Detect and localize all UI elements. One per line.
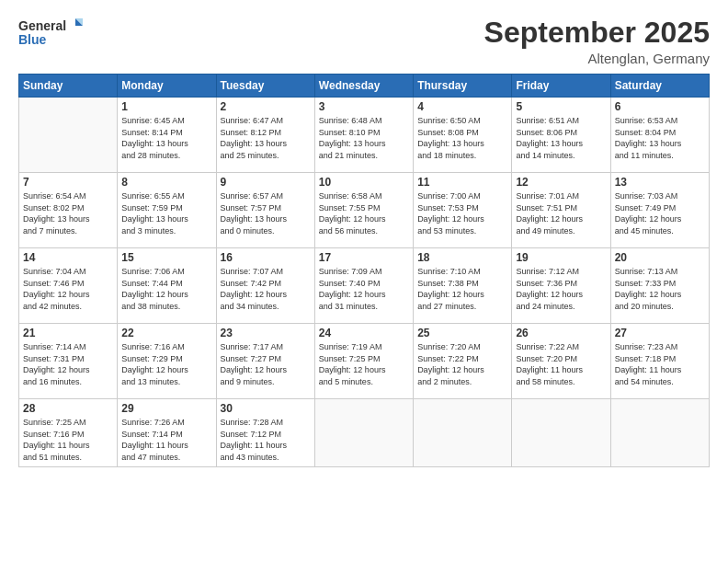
- title-block: September 2025 Altenglan, Germany: [484, 17, 710, 66]
- day-number: 7: [23, 176, 113, 189]
- day-number: 2: [221, 100, 311, 113]
- day-number: 8: [121, 176, 211, 189]
- calendar-cell: 1Sunrise: 6:45 AMSunset: 8:14 PMDaylight…: [118, 98, 216, 173]
- day-info: Sunrise: 6:57 AMSunset: 7:57 PMDaylight:…: [221, 190, 311, 236]
- day-info: Sunrise: 7:04 AMSunset: 7:46 PMDaylight:…: [23, 266, 113, 312]
- day-info: Sunrise: 7:13 AMSunset: 7:33 PMDaylight:…: [615, 266, 705, 312]
- calendar-cell: 29Sunrise: 7:26 AMSunset: 7:14 PMDayligh…: [118, 399, 216, 466]
- calendar-cell: 27Sunrise: 7:23 AMSunset: 7:18 PMDayligh…: [610, 324, 709, 399]
- calendar-table: SundayMondayTuesdayWednesdayThursdayFrid…: [18, 74, 710, 466]
- page: General Blue September 2025 Altenglan, G…: [0, 0, 728, 563]
- day-number: 13: [615, 176, 705, 189]
- calendar-cell: [610, 399, 709, 466]
- day-number: 3: [319, 100, 409, 113]
- day-info: Sunrise: 7:10 AMSunset: 7:38 PMDaylight:…: [417, 266, 507, 312]
- calendar-cell: 18Sunrise: 7:10 AMSunset: 7:38 PMDayligh…: [414, 248, 512, 324]
- day-number: 9: [221, 176, 311, 189]
- calendar-cell: 25Sunrise: 7:20 AMSunset: 7:22 PMDayligh…: [414, 324, 512, 399]
- logo-svg: General Blue: [18, 17, 83, 50]
- day-info: Sunrise: 7:01 AMSunset: 7:51 PMDaylight:…: [516, 190, 606, 236]
- day-number: 25: [417, 327, 507, 339]
- day-info: Sunrise: 7:23 AMSunset: 7:18 PMDaylight:…: [615, 341, 705, 387]
- day-info: Sunrise: 7:17 AMSunset: 7:27 PMDaylight:…: [221, 341, 311, 387]
- calendar-cell: 11Sunrise: 7:00 AMSunset: 7:53 PMDayligh…: [414, 173, 512, 248]
- svg-text:Blue: Blue: [18, 32, 47, 47]
- day-info: Sunrise: 6:58 AMSunset: 7:55 PMDaylight:…: [319, 190, 409, 236]
- header: General Blue September 2025 Altenglan, G…: [18, 17, 710, 66]
- week-row-5: 28Sunrise: 7:25 AMSunset: 7:16 PMDayligh…: [19, 399, 710, 466]
- week-row-4: 21Sunrise: 7:14 AMSunset: 7:31 PMDayligh…: [19, 324, 710, 399]
- day-number: 6: [615, 100, 705, 113]
- day-info: Sunrise: 7:19 AMSunset: 7:25 PMDaylight:…: [319, 341, 409, 387]
- calendar-cell: 17Sunrise: 7:09 AMSunset: 7:40 PMDayligh…: [314, 248, 413, 324]
- day-info: Sunrise: 6:45 AMSunset: 8:14 PMDaylight:…: [121, 115, 211, 161]
- col-header-monday: Monday: [118, 75, 216, 98]
- day-info: Sunrise: 7:26 AMSunset: 7:14 PMDaylight:…: [121, 417, 211, 463]
- calendar-cell: 19Sunrise: 7:12 AMSunset: 7:36 PMDayligh…: [512, 248, 610, 324]
- day-info: Sunrise: 7:03 AMSunset: 7:49 PMDaylight:…: [615, 190, 705, 236]
- calendar-cell: 5Sunrise: 6:51 AMSunset: 8:06 PMDaylight…: [512, 98, 610, 173]
- calendar-cell: 21Sunrise: 7:14 AMSunset: 7:31 PMDayligh…: [19, 324, 118, 399]
- day-info: Sunrise: 7:07 AMSunset: 7:42 PMDaylight:…: [221, 266, 311, 312]
- col-header-saturday: Saturday: [610, 75, 709, 98]
- day-info: Sunrise: 7:14 AMSunset: 7:31 PMDaylight:…: [23, 341, 113, 387]
- day-info: Sunrise: 7:25 AMSunset: 7:16 PMDaylight:…: [23, 417, 113, 463]
- day-number: 18: [417, 251, 507, 264]
- day-info: Sunrise: 6:54 AMSunset: 8:02 PMDaylight:…: [23, 190, 113, 236]
- calendar-cell: [19, 98, 118, 173]
- week-row-2: 7Sunrise: 6:54 AMSunset: 8:02 PMDaylight…: [19, 173, 710, 248]
- day-info: Sunrise: 7:12 AMSunset: 7:36 PMDaylight:…: [516, 266, 606, 312]
- day-info: Sunrise: 7:00 AMSunset: 7:53 PMDaylight:…: [417, 190, 507, 236]
- header-row: SundayMondayTuesdayWednesdayThursdayFrid…: [19, 75, 710, 98]
- day-info: Sunrise: 7:22 AMSunset: 7:20 PMDaylight:…: [516, 341, 606, 387]
- day-info: Sunrise: 6:48 AMSunset: 8:10 PMDaylight:…: [319, 115, 409, 161]
- calendar-subtitle: Altenglan, Germany: [484, 51, 710, 66]
- week-row-3: 14Sunrise: 7:04 AMSunset: 7:46 PMDayligh…: [19, 248, 710, 324]
- day-number: 20: [615, 251, 705, 264]
- calendar-cell: 8Sunrise: 6:55 AMSunset: 7:59 PMDaylight…: [118, 173, 216, 248]
- calendar-cell: 7Sunrise: 6:54 AMSunset: 8:02 PMDaylight…: [19, 173, 118, 248]
- day-info: Sunrise: 7:09 AMSunset: 7:40 PMDaylight:…: [319, 266, 409, 312]
- col-header-thursday: Thursday: [414, 75, 512, 98]
- day-number: 24: [319, 327, 409, 339]
- day-number: 16: [221, 251, 311, 264]
- calendar-title: September 2025: [484, 17, 710, 49]
- calendar-cell: [414, 399, 512, 466]
- day-number: 26: [516, 327, 606, 339]
- calendar-cell: [512, 399, 610, 466]
- col-header-sunday: Sunday: [19, 75, 118, 98]
- calendar-cell: 16Sunrise: 7:07 AMSunset: 7:42 PMDayligh…: [216, 248, 314, 324]
- calendar-cell: 22Sunrise: 7:16 AMSunset: 7:29 PMDayligh…: [118, 324, 216, 399]
- day-info: Sunrise: 7:28 AMSunset: 7:12 PMDaylight:…: [221, 417, 311, 463]
- calendar-cell: 10Sunrise: 6:58 AMSunset: 7:55 PMDayligh…: [314, 173, 413, 248]
- day-info: Sunrise: 6:47 AMSunset: 8:12 PMDaylight:…: [221, 115, 311, 161]
- day-info: Sunrise: 7:20 AMSunset: 7:22 PMDaylight:…: [417, 341, 507, 387]
- calendar-cell: 15Sunrise: 7:06 AMSunset: 7:44 PMDayligh…: [118, 248, 216, 324]
- col-header-wednesday: Wednesday: [314, 75, 413, 98]
- week-row-1: 1Sunrise: 6:45 AMSunset: 8:14 PMDaylight…: [19, 98, 710, 173]
- day-number: 19: [516, 251, 606, 264]
- day-number: 5: [516, 100, 606, 113]
- calendar-cell: 14Sunrise: 7:04 AMSunset: 7:46 PMDayligh…: [19, 248, 118, 324]
- calendar-cell: 30Sunrise: 7:28 AMSunset: 7:12 PMDayligh…: [216, 399, 314, 466]
- day-info: Sunrise: 6:55 AMSunset: 7:59 PMDaylight:…: [121, 190, 211, 236]
- calendar-cell: [314, 399, 413, 466]
- day-number: 28: [23, 402, 113, 415]
- day-info: Sunrise: 7:06 AMSunset: 7:44 PMDaylight:…: [121, 266, 211, 312]
- calendar-cell: 3Sunrise: 6:48 AMSunset: 8:10 PMDaylight…: [314, 98, 413, 173]
- calendar-cell: 24Sunrise: 7:19 AMSunset: 7:25 PMDayligh…: [314, 324, 413, 399]
- col-header-friday: Friday: [512, 75, 610, 98]
- calendar-cell: 12Sunrise: 7:01 AMSunset: 7:51 PMDayligh…: [512, 173, 610, 248]
- svg-text:General: General: [18, 18, 66, 33]
- calendar-cell: 20Sunrise: 7:13 AMSunset: 7:33 PMDayligh…: [610, 248, 709, 324]
- day-number: 29: [121, 402, 211, 415]
- calendar-cell: 2Sunrise: 6:47 AMSunset: 8:12 PMDaylight…: [216, 98, 314, 173]
- day-info: Sunrise: 7:16 AMSunset: 7:29 PMDaylight:…: [121, 341, 211, 387]
- day-number: 10: [319, 176, 409, 189]
- calendar-cell: 26Sunrise: 7:22 AMSunset: 7:20 PMDayligh…: [512, 324, 610, 399]
- day-number: 14: [23, 251, 113, 264]
- day-number: 21: [23, 327, 113, 339]
- day-info: Sunrise: 6:53 AMSunset: 8:04 PMDaylight:…: [615, 115, 705, 161]
- day-number: 11: [417, 176, 507, 189]
- day-number: 22: [121, 327, 211, 339]
